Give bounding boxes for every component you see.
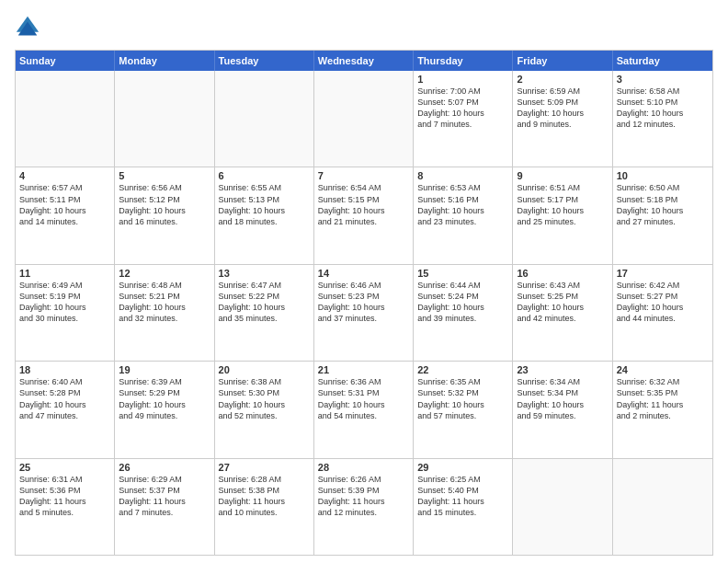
day-info: Sunrise: 6:47 AM Sunset: 5:22 PM Dayligh… <box>219 280 310 325</box>
day-number: 28 <box>318 462 409 473</box>
calendar-cell <box>16 71 115 167</box>
calendar-cell: 11Sunrise: 6:49 AM Sunset: 5:19 PM Dayli… <box>16 265 115 361</box>
calendar-cell: 20Sunrise: 6:38 AM Sunset: 5:30 PM Dayli… <box>215 362 314 457</box>
day-number: 10 <box>617 170 709 181</box>
day-number: 13 <box>219 268 310 279</box>
day-number: 12 <box>119 268 210 279</box>
day-number: 14 <box>318 268 409 279</box>
day-number: 20 <box>219 364 310 375</box>
day-number: 23 <box>517 364 608 375</box>
calendar-week: 11Sunrise: 6:49 AM Sunset: 5:19 PM Dayli… <box>16 265 712 362</box>
calendar-cell: 25Sunrise: 6:31 AM Sunset: 5:36 PM Dayli… <box>16 459 115 555</box>
day-number: 19 <box>119 364 210 375</box>
calendar-cell: 2Sunrise: 6:59 AM Sunset: 5:09 PM Daylig… <box>513 71 612 167</box>
day-info: Sunrise: 6:44 AM Sunset: 5:24 PM Dayligh… <box>417 280 508 325</box>
day-info: Sunrise: 6:42 AM Sunset: 5:27 PM Dayligh… <box>617 280 709 325</box>
day-number: 21 <box>318 364 409 375</box>
day-number: 4 <box>19 170 110 181</box>
calendar-week: 25Sunrise: 6:31 AM Sunset: 5:36 PM Dayli… <box>16 459 712 555</box>
calendar-body: 1Sunrise: 7:00 AM Sunset: 5:07 PM Daylig… <box>16 71 712 555</box>
calendar-cell <box>115 71 214 167</box>
header <box>15 15 713 40</box>
day-info: Sunrise: 6:39 AM Sunset: 5:29 PM Dayligh… <box>119 376 210 421</box>
day-number: 29 <box>417 462 508 473</box>
day-number: 3 <box>617 74 709 85</box>
calendar-cell: 14Sunrise: 6:46 AM Sunset: 5:23 PM Dayli… <box>314 265 414 361</box>
calendar-header-cell: Monday <box>115 51 214 71</box>
calendar-cell: 3Sunrise: 6:58 AM Sunset: 5:10 PM Daylig… <box>613 71 712 167</box>
day-number: 25 <box>19 462 110 473</box>
calendar-cell: 10Sunrise: 6:50 AM Sunset: 5:18 PM Dayli… <box>613 167 712 263</box>
day-number: 15 <box>417 268 508 279</box>
calendar-cell <box>513 459 612 555</box>
day-number: 17 <box>617 268 709 279</box>
day-info: Sunrise: 6:56 AM Sunset: 5:12 PM Dayligh… <box>119 182 210 227</box>
calendar-cell: 21Sunrise: 6:36 AM Sunset: 5:31 PM Dayli… <box>314 362 414 457</box>
calendar-header-cell: Wednesday <box>314 51 414 71</box>
calendar-cell: 9Sunrise: 6:51 AM Sunset: 5:17 PM Daylig… <box>513 167 612 263</box>
day-info: Sunrise: 6:59 AM Sunset: 5:09 PM Dayligh… <box>517 86 608 131</box>
calendar-cell: 16Sunrise: 6:43 AM Sunset: 5:25 PM Dayli… <box>513 265 612 361</box>
day-number: 8 <box>417 170 508 181</box>
calendar: SundayMondayTuesdayWednesdayThursdayFrid… <box>15 50 713 556</box>
day-number: 24 <box>617 364 709 375</box>
day-info: Sunrise: 6:54 AM Sunset: 5:15 PM Dayligh… <box>318 182 409 227</box>
day-number: 5 <box>119 170 210 181</box>
day-number: 9 <box>517 170 608 181</box>
day-info: Sunrise: 6:46 AM Sunset: 5:23 PM Dayligh… <box>318 280 409 325</box>
day-number: 1 <box>417 74 508 85</box>
calendar-header: SundayMondayTuesdayWednesdayThursdayFrid… <box>16 51 712 71</box>
day-info: Sunrise: 6:50 AM Sunset: 5:18 PM Dayligh… <box>617 182 709 227</box>
calendar-cell <box>314 71 414 167</box>
day-info: Sunrise: 6:57 AM Sunset: 5:11 PM Dayligh… <box>19 182 110 227</box>
logo-icon <box>15 15 40 40</box>
calendar-cell: 1Sunrise: 7:00 AM Sunset: 5:07 PM Daylig… <box>414 71 513 167</box>
calendar-cell: 26Sunrise: 6:29 AM Sunset: 5:37 PM Dayli… <box>115 459 214 555</box>
day-info: Sunrise: 6:35 AM Sunset: 5:32 PM Dayligh… <box>417 376 508 421</box>
calendar-cell: 13Sunrise: 6:47 AM Sunset: 5:22 PM Dayli… <box>215 265 314 361</box>
calendar-cell: 27Sunrise: 6:28 AM Sunset: 5:38 PM Dayli… <box>215 459 314 555</box>
calendar-cell: 24Sunrise: 6:32 AM Sunset: 5:35 PM Dayli… <box>613 362 712 457</box>
calendar-cell: 17Sunrise: 6:42 AM Sunset: 5:27 PM Dayli… <box>613 265 712 361</box>
day-info: Sunrise: 6:26 AM Sunset: 5:39 PM Dayligh… <box>318 474 409 519</box>
calendar-cell: 4Sunrise: 6:57 AM Sunset: 5:11 PM Daylig… <box>16 167 115 263</box>
day-info: Sunrise: 6:40 AM Sunset: 5:28 PM Dayligh… <box>19 376 110 421</box>
day-info: Sunrise: 6:34 AM Sunset: 5:34 PM Dayligh… <box>517 376 608 421</box>
calendar-cell: 15Sunrise: 6:44 AM Sunset: 5:24 PM Dayli… <box>414 265 513 361</box>
day-number: 18 <box>19 364 110 375</box>
calendar-cell: 19Sunrise: 6:39 AM Sunset: 5:29 PM Dayli… <box>115 362 214 457</box>
calendar-week: 18Sunrise: 6:40 AM Sunset: 5:28 PM Dayli… <box>16 362 712 458</box>
calendar-cell: 23Sunrise: 6:34 AM Sunset: 5:34 PM Dayli… <box>513 362 612 457</box>
calendar-cell: 8Sunrise: 6:53 AM Sunset: 5:16 PM Daylig… <box>414 167 513 263</box>
calendar-week: 4Sunrise: 6:57 AM Sunset: 5:11 PM Daylig… <box>16 167 712 264</box>
day-info: Sunrise: 6:58 AM Sunset: 5:10 PM Dayligh… <box>617 86 709 131</box>
day-info: Sunrise: 6:31 AM Sunset: 5:36 PM Dayligh… <box>19 474 110 519</box>
logo <box>15 15 44 40</box>
calendar-cell <box>215 71 314 167</box>
calendar-cell: 22Sunrise: 6:35 AM Sunset: 5:32 PM Dayli… <box>414 362 513 457</box>
day-info: Sunrise: 6:48 AM Sunset: 5:21 PM Dayligh… <box>119 280 210 325</box>
calendar-header-cell: Tuesday <box>215 51 314 71</box>
calendar-cell: 18Sunrise: 6:40 AM Sunset: 5:28 PM Dayli… <box>16 362 115 457</box>
calendar-cell: 12Sunrise: 6:48 AM Sunset: 5:21 PM Dayli… <box>115 265 214 361</box>
day-number: 22 <box>417 364 508 375</box>
page: SundayMondayTuesdayWednesdayThursdayFrid… <box>0 0 728 563</box>
day-info: Sunrise: 6:49 AM Sunset: 5:19 PM Dayligh… <box>19 280 110 325</box>
day-info: Sunrise: 6:51 AM Sunset: 5:17 PM Dayligh… <box>517 182 608 227</box>
day-info: Sunrise: 6:53 AM Sunset: 5:16 PM Dayligh… <box>417 182 508 227</box>
day-number: 27 <box>219 462 310 473</box>
day-number: 26 <box>119 462 210 473</box>
day-info: Sunrise: 6:32 AM Sunset: 5:35 PM Dayligh… <box>617 376 709 421</box>
calendar-cell <box>613 459 712 555</box>
calendar-cell: 6Sunrise: 6:55 AM Sunset: 5:13 PM Daylig… <box>215 167 314 263</box>
day-info: Sunrise: 6:25 AM Sunset: 5:40 PM Dayligh… <box>417 474 508 519</box>
calendar-cell: 28Sunrise: 6:26 AM Sunset: 5:39 PM Dayli… <box>314 459 414 555</box>
day-info: Sunrise: 6:29 AM Sunset: 5:37 PM Dayligh… <box>119 474 210 519</box>
day-number: 6 <box>219 170 310 181</box>
calendar-cell: 29Sunrise: 6:25 AM Sunset: 5:40 PM Dayli… <box>414 459 513 555</box>
day-info: Sunrise: 7:00 AM Sunset: 5:07 PM Dayligh… <box>417 86 508 131</box>
day-info: Sunrise: 6:55 AM Sunset: 5:13 PM Dayligh… <box>219 182 310 227</box>
calendar-header-cell: Sunday <box>16 51 115 71</box>
calendar-cell: 5Sunrise: 6:56 AM Sunset: 5:12 PM Daylig… <box>115 167 214 263</box>
day-info: Sunrise: 6:36 AM Sunset: 5:31 PM Dayligh… <box>318 376 409 421</box>
